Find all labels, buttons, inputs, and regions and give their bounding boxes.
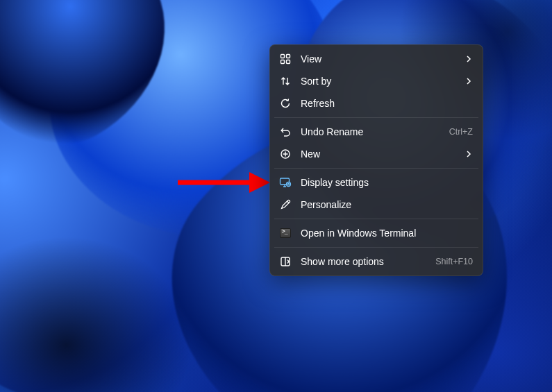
menu-item-label: Display settings xyxy=(301,177,473,188)
undo-icon xyxy=(278,125,292,139)
view-icon xyxy=(278,52,292,66)
menu-item-label: Refresh xyxy=(301,98,473,109)
svg-point-8 xyxy=(287,182,291,187)
desktop-wallpaper[interactable]: View Sort by xyxy=(0,0,552,392)
menu-separator xyxy=(274,219,478,219)
new-icon xyxy=(278,147,292,161)
menu-item-refresh[interactable]: Refresh xyxy=(273,92,480,114)
menu-item-shortcut: Ctrl+Z xyxy=(449,127,473,137)
menu-item-sort-by[interactable]: Sort by xyxy=(273,70,480,92)
menu-item-label: Sort by xyxy=(301,76,465,87)
menu-item-label: Open in Windows Terminal xyxy=(301,228,473,239)
menu-item-shortcut: Shift+F10 xyxy=(435,257,473,266)
svg-rect-3 xyxy=(287,55,290,58)
svg-rect-5 xyxy=(287,60,290,64)
menu-separator xyxy=(274,168,478,169)
chevron-right-icon xyxy=(465,55,473,63)
menu-separator xyxy=(274,117,478,118)
display-settings-icon xyxy=(278,176,292,189)
menu-separator xyxy=(274,247,478,248)
menu-item-open-terminal[interactable]: Open in Windows Terminal xyxy=(273,222,480,244)
menu-item-personalize[interactable]: Personalize xyxy=(273,194,480,216)
terminal-icon xyxy=(278,226,292,240)
menu-item-label: Undo Rename xyxy=(301,126,444,137)
more-options-icon xyxy=(278,255,292,269)
refresh-icon xyxy=(278,96,292,110)
personalize-icon xyxy=(278,198,292,212)
menu-item-show-more-options[interactable]: Show more options Shift+F10 xyxy=(273,250,480,273)
menu-item-new[interactable]: New xyxy=(273,143,480,165)
menu-item-label: View xyxy=(301,53,465,65)
menu-item-undo-rename[interactable]: Undo Rename Ctrl+Z xyxy=(273,121,480,143)
svg-rect-4 xyxy=(281,60,285,64)
svg-rect-2 xyxy=(281,55,285,58)
menu-item-label: Personalize xyxy=(301,199,473,210)
menu-item-label: Show more options xyxy=(301,256,430,267)
desktop-context-menu: View Sort by xyxy=(269,44,483,276)
menu-item-display-settings[interactable]: Display settings xyxy=(273,171,480,194)
chevron-right-icon xyxy=(465,150,473,158)
menu-item-view[interactable]: View xyxy=(273,48,480,70)
sort-icon xyxy=(278,74,292,88)
chevron-right-icon xyxy=(465,77,473,85)
menu-item-label: New xyxy=(301,148,465,160)
